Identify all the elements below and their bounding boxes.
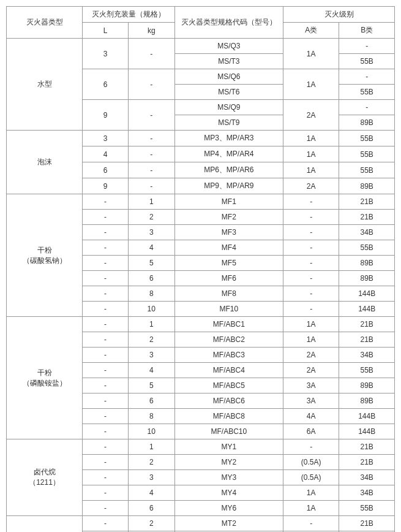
cell-b: 89B [339, 271, 395, 286]
cell-l: 9 [83, 178, 129, 194]
cell-kg: - [128, 131, 174, 146]
cell-b: 55B [339, 240, 395, 256]
cell-code: MF3 [174, 225, 283, 240]
cell-b: 55B [339, 131, 395, 146]
type-cell: 干粉 （碳酸氢钠） [7, 194, 83, 317]
cell-l: - [83, 286, 129, 302]
cell-a: - [283, 194, 339, 210]
cell-code: MF5 [174, 256, 283, 271]
cell-kg: 10 [128, 424, 174, 439]
cell-a: 1A [283, 131, 339, 146]
cell-l: - [83, 317, 129, 332]
cell-l: - [83, 409, 129, 424]
cell-l: - [83, 485, 129, 501]
cell-l: - [83, 332, 129, 348]
cell-kg: 2 [128, 332, 174, 348]
cell-code: MF/ABC1 [174, 317, 283, 332]
cell-a: 2A [283, 100, 339, 131]
cell-code: MY6 [174, 501, 283, 516]
cell-kg: 6 [128, 501, 174, 516]
cell-kg: 1 [128, 194, 174, 210]
cell-code: MS/T6 [174, 85, 283, 100]
th-l: L [83, 23, 129, 39]
cell-code: MP6、MP/AR6 [174, 162, 283, 178]
cell-b: 34B [339, 485, 395, 501]
cell-a: 2A [283, 348, 339, 363]
cell-a: - [283, 210, 339, 225]
cell-b: - [339, 100, 395, 115]
cell-l: - [83, 256, 129, 271]
cell-b: 21B [339, 317, 395, 332]
cell-kg: 4 [128, 363, 174, 378]
cell-code: MY3 [174, 470, 283, 485]
cell-kg: - [128, 146, 174, 162]
cell-l: 6 [83, 69, 129, 100]
cell-b: 21B [339, 439, 395, 455]
cell-b: 55B [339, 85, 395, 100]
cell-a: 1A [283, 332, 339, 348]
cell-b: 34B [339, 348, 395, 363]
th-kg: kg [128, 23, 174, 39]
cell-a: 3A [283, 378, 339, 393]
cell-code: MF/ABC2 [174, 332, 283, 348]
cell-b: 144B [339, 286, 395, 302]
th-rating: 灭火级别 [283, 7, 395, 23]
cell-kg: - [128, 162, 174, 178]
th-type: 灭火器类型 [7, 7, 83, 39]
cell-b: 34B [339, 470, 395, 485]
table-row: 二氧化碳-2MT2-21B [7, 516, 395, 531]
cell-l: - [83, 348, 129, 363]
type-cell: 二氧化碳 [7, 516, 83, 533]
table-row: 干粉 （磷酸铵盐）-1MF/ABC11A21B [7, 317, 395, 332]
cell-code: MS/Q9 [174, 100, 283, 115]
cell-l: - [83, 439, 129, 455]
cell-a: 6A [283, 424, 339, 439]
cell-l: - [83, 455, 129, 470]
cell-b: 34B [339, 225, 395, 240]
cell-b: 55B [339, 54, 395, 69]
cell-a: 1A [283, 501, 339, 516]
cell-b: 21B [339, 332, 395, 348]
cell-a: 3A [283, 393, 339, 409]
cell-code: MS/T3 [174, 54, 283, 69]
cell-b: 21B [339, 210, 395, 225]
cell-a: 1A [283, 146, 339, 162]
cell-b: 144B [339, 409, 395, 424]
cell-kg: 3 [128, 470, 174, 485]
cell-code: MY2 [174, 455, 283, 470]
cell-l: 4 [83, 146, 129, 162]
cell-a: - [283, 302, 339, 317]
th-b: B类 [339, 23, 395, 39]
th-a: A类 [283, 23, 339, 39]
cell-kg: 2 [128, 516, 174, 531]
cell-a: 2A [283, 363, 339, 378]
table-row: 卤代烷 （1211）-1MY1-21B [7, 439, 395, 455]
cell-code: MF/ABC3 [174, 348, 283, 363]
cell-kg: 4 [128, 485, 174, 501]
th-code: 灭火器类型规格代码（型号） [174, 7, 283, 39]
cell-kg: 6 [128, 271, 174, 286]
th-charge: 灭火剂充装量（规格） [83, 7, 175, 23]
cell-kg: 5 [128, 378, 174, 393]
cell-code: MP4、MP/AR4 [174, 146, 283, 162]
cell-a: - [283, 271, 339, 286]
cell-a: 1A [283, 485, 339, 501]
cell-a: 1A [283, 317, 339, 332]
cell-l: - [83, 470, 129, 485]
cell-code: MF4 [174, 240, 283, 256]
cell-b: 55B [339, 501, 395, 516]
cell-code: MP3、MP/AR3 [174, 131, 283, 146]
cell-code: MS/Q3 [174, 39, 283, 54]
cell-l: - [83, 240, 129, 256]
cell-code: MF/ABC5 [174, 378, 283, 393]
cell-a: - [283, 516, 339, 531]
cell-l: - [83, 501, 129, 516]
cell-kg: 8 [128, 409, 174, 424]
cell-code: MF/ABC4 [174, 363, 283, 378]
cell-b: - [339, 69, 395, 85]
cell-b: 89B [339, 256, 395, 271]
type-cell: 水型 [7, 39, 83, 131]
type-cell: 干粉 （磷酸铵盐） [7, 317, 83, 439]
table-row: 干粉 （碳酸氢钠）-1MF1-21B [7, 194, 395, 210]
cell-code: MF2 [174, 210, 283, 225]
